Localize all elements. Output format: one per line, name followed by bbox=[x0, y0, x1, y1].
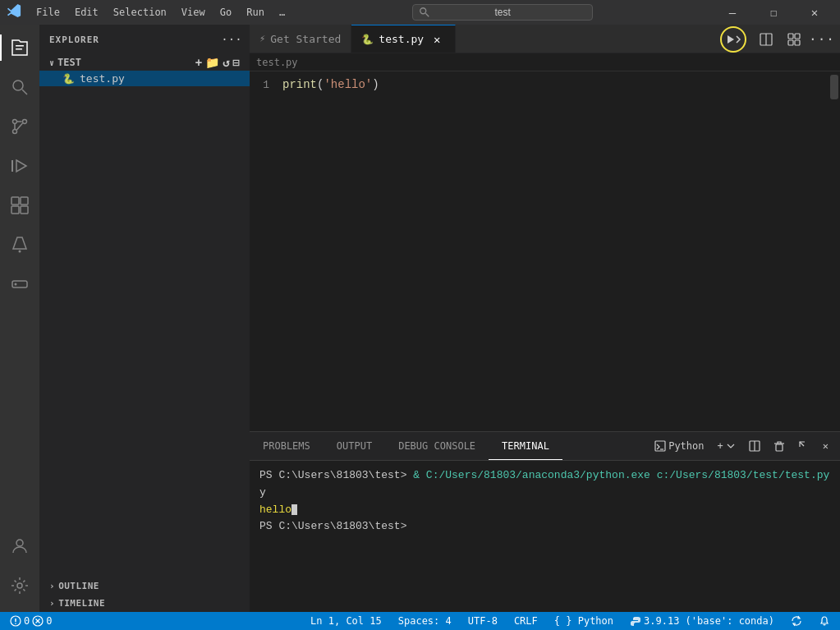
sidebar-empty-space bbox=[39, 86, 250, 577]
menu-run[interactable]: Run bbox=[240, 5, 271, 20]
svg-point-17 bbox=[16, 540, 23, 546]
python-icon bbox=[630, 615, 641, 627]
timeline-section[interactable]: › TIMELINE bbox=[39, 595, 250, 612]
svg-point-8 bbox=[23, 120, 27, 124]
search-input[interactable] bbox=[412, 4, 593, 21]
sync-icon-status[interactable] bbox=[787, 612, 806, 630]
python-interpreter-status[interactable]: 3.9.13 ('base': conda) bbox=[627, 612, 778, 630]
source-control-activity-icon[interactable] bbox=[0, 107, 39, 146]
collapse-all-icon[interactable]: ⊟ bbox=[233, 56, 240, 69]
code-editor[interactable]: 1 print('hello') bbox=[250, 71, 840, 431]
svg-rect-30 bbox=[776, 444, 783, 451]
menu-file[interactable]: File bbox=[30, 5, 67, 20]
svg-point-7 bbox=[13, 120, 17, 124]
editor-scrollbar[interactable] bbox=[829, 71, 840, 431]
titlebar-menu: File Edit Selection View Go Run … bbox=[30, 5, 291, 20]
split-editor-button[interactable] bbox=[755, 31, 778, 48]
titlebar: File Edit Selection View Go Run … — ☐ ✕ bbox=[0, 0, 840, 25]
line-ending-status[interactable]: CRLF bbox=[511, 612, 541, 630]
tab-get-started[interactable]: ⚡ Get Started bbox=[250, 25, 351, 53]
folder-chevron-icon: ∨ bbox=[49, 58, 54, 67]
language-mode-status[interactable]: { } Python bbox=[551, 612, 617, 630]
svg-rect-13 bbox=[21, 206, 28, 214]
split-icon bbox=[749, 440, 760, 452]
svg-rect-22 bbox=[788, 34, 793, 39]
outline-section[interactable]: › OUTLINE bbox=[39, 577, 250, 595]
maximize-panel-button[interactable] bbox=[793, 439, 815, 453]
tab-problems[interactable]: PROBLEMS bbox=[250, 432, 324, 460]
cursor-position-status[interactable]: Ln 1, Col 15 bbox=[307, 612, 385, 630]
settings-activity-icon[interactable] bbox=[0, 566, 39, 605]
refresh-icon[interactable]: ↺ bbox=[223, 56, 229, 69]
file-row-test-py[interactable]: 🐍 test.py bbox=[39, 71, 250, 86]
encoding-status[interactable]: UTF-8 bbox=[465, 612, 501, 630]
svg-line-5 bbox=[22, 90, 27, 94]
titlebar-right: — ☐ ✕ bbox=[714, 0, 833, 25]
errors-count: 0 bbox=[24, 615, 30, 627]
menu-more[interactable]: … bbox=[273, 5, 291, 20]
language-mode-text: { } Python bbox=[554, 615, 613, 627]
more-actions-button[interactable]: ··· bbox=[810, 31, 833, 48]
tab-debug-console[interactable]: DEBUG CONSOLE bbox=[385, 432, 489, 460]
code-line-1: 1 print('hello') bbox=[250, 78, 840, 94]
search-activity-icon[interactable] bbox=[0, 67, 39, 107]
run-python-button[interactable] bbox=[720, 26, 746, 53]
svg-line-1 bbox=[425, 13, 429, 16]
status-right: Ln 1, Col 15 Spaces: 4 UTF-8 CRLF { } Py… bbox=[307, 612, 833, 630]
terminal-icon bbox=[654, 440, 666, 452]
accounts-activity-icon[interactable] bbox=[0, 527, 39, 566]
terminal-panel: PROBLEMS OUTPUT DEBUG CONSOLE TERMINAL P… bbox=[250, 431, 840, 612]
bell-icon bbox=[819, 615, 830, 627]
extensions-activity-icon[interactable] bbox=[0, 186, 39, 225]
terminal-type-indicator: Python bbox=[650, 440, 709, 452]
terminal-line-4: PS C:\Users\81803\test> bbox=[259, 518, 830, 536]
maximize-button[interactable]: ☐ bbox=[755, 0, 792, 25]
tab-output[interactable]: OUTPUT bbox=[324, 432, 385, 460]
new-folder-icon[interactable]: 📁 bbox=[205, 56, 219, 69]
folder-row-test[interactable]: ∨ TEST + 📁 ↺ ⊟ bbox=[39, 54, 250, 71]
remote-explorer-activity-icon[interactable] bbox=[0, 264, 39, 304]
panel-actions: Python + bbox=[650, 432, 840, 460]
get-started-tab-label: Get Started bbox=[270, 33, 341, 45]
tab-terminal[interactable]: TERMINAL bbox=[489, 432, 562, 460]
minimize-button[interactable]: — bbox=[714, 0, 751, 25]
scrollbar-thumb[interactable] bbox=[830, 75, 838, 99]
warnings-count: 0 bbox=[46, 615, 52, 627]
svg-rect-2 bbox=[16, 45, 24, 47]
line-number-1: 1 bbox=[250, 79, 282, 91]
tab-test-py[interactable]: 🐍 test.py ✕ bbox=[351, 25, 456, 53]
indentation-status[interactable]: Spaces: 4 bbox=[395, 612, 455, 630]
run-debug-activity-icon[interactable] bbox=[0, 146, 39, 186]
python-terminal-label: Python bbox=[668, 440, 704, 452]
menu-edit[interactable]: Edit bbox=[68, 5, 105, 20]
editor-top-right-buttons: ··· bbox=[720, 25, 833, 53]
sidebar-more-button[interactable]: ··· bbox=[223, 31, 240, 48]
editor-layout-button[interactable] bbox=[783, 31, 806, 48]
svg-rect-10 bbox=[11, 197, 19, 205]
notifications-status[interactable] bbox=[815, 612, 833, 630]
split-terminal-button[interactable] bbox=[744, 439, 765, 453]
new-terminal-button[interactable]: + bbox=[713, 439, 741, 453]
close-panel-button[interactable]: ✕ bbox=[818, 439, 833, 453]
menu-go[interactable]: Go bbox=[213, 5, 238, 20]
terminal-content[interactable]: PS C:\Users\81803\test> & C:/Users/81803… bbox=[250, 461, 840, 612]
sidebar-header-actions: ··· bbox=[223, 31, 240, 48]
test-py-tab-label: test.py bbox=[379, 33, 424, 45]
testing-activity-icon[interactable] bbox=[0, 225, 39, 264]
sidebar-header: EXPLORER ··· bbox=[39, 25, 250, 54]
sidebar: EXPLORER ··· ∨ TEST + 📁 ↺ ⊟ 🐍 test.py bbox=[39, 25, 250, 612]
close-button[interactable]: ✕ bbox=[796, 0, 833, 25]
outline-chevron-icon: › bbox=[49, 581, 55, 591]
timeline-chevron-icon: › bbox=[49, 598, 55, 609]
python-tab-icon: 🐍 bbox=[361, 34, 374, 45]
svg-point-35 bbox=[15, 623, 16, 624]
tabs-bar: ⚡ Get Started 🐍 test.py ✕ bbox=[250, 25, 840, 53]
kill-terminal-button[interactable] bbox=[769, 439, 790, 453]
menu-selection[interactable]: Selection bbox=[107, 5, 173, 20]
menu-view[interactable]: View bbox=[175, 5, 212, 20]
new-file-icon[interactable]: + bbox=[195, 56, 202, 69]
titlebar-left: File Edit Selection View Go Run … bbox=[7, 3, 291, 21]
explorer-activity-icon[interactable] bbox=[0, 28, 39, 67]
close-tab-button[interactable]: ✕ bbox=[429, 31, 445, 48]
errors-warnings-status[interactable]: 0 0 bbox=[7, 612, 55, 630]
